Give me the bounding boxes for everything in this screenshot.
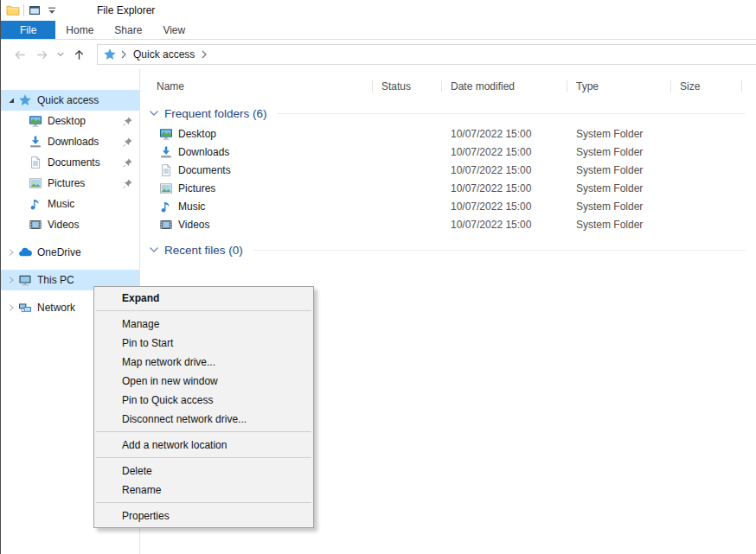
menu-item-properties[interactable]: Properties: [94, 506, 313, 525]
back-button[interactable]: [10, 44, 31, 65]
sidebar-item-label: Downloads: [48, 136, 99, 148]
pictures-icon: [29, 176, 42, 190]
tab-home[interactable]: Home: [55, 21, 104, 39]
pin-icon: [122, 178, 133, 189]
group-header[interactable]: Recent files (0): [140, 239, 756, 261]
sidebar-item-label: This PC: [37, 274, 74, 286]
pictures-icon: [159, 181, 173, 195]
column-header-name[interactable]: Name: [140, 76, 373, 97]
sidebar-item-documents[interactable]: Documents: [1, 152, 139, 173]
file-row-downloads[interactable]: Downloads10/07/2022 15:00System Folder: [140, 143, 756, 161]
chevron-collapsed-icon[interactable]: [4, 302, 18, 313]
tab-share[interactable]: Share: [104, 21, 152, 39]
sidebar-item-onedrive[interactable]: OneDrive: [1, 242, 139, 263]
tab-view[interactable]: View: [152, 21, 195, 39]
recent-locations-dropdown[interactable]: [53, 44, 68, 65]
file-type: System Folder: [567, 182, 671, 194]
forward-button[interactable]: [31, 44, 53, 65]
group-rule: [253, 250, 746, 251]
chevron-expanded-icon[interactable]: [4, 95, 18, 105]
file-type: System Folder: [567, 201, 671, 213]
sidebar-item-quick-access[interactable]: Quick access: [1, 90, 139, 111]
group-header[interactable]: Frequent folders (6): [140, 102, 756, 124]
downloads-icon: [159, 145, 173, 159]
menu-item-manage[interactable]: Manage: [94, 315, 313, 334]
window-title: File Explorer: [97, 4, 155, 16]
menu-separator: [96, 431, 311, 432]
file-date-modified: 10/07/2022 15:00: [442, 201, 567, 213]
this-pc-icon: [18, 273, 32, 287]
menu-item-disconnect-network-drive[interactable]: Disconnect network drive...: [94, 410, 313, 429]
menu-item-open-in-new-window[interactable]: Open in new window: [94, 372, 313, 391]
group-rule: [278, 113, 746, 114]
column-header-status[interactable]: Status: [373, 76, 442, 97]
file-row-pictures[interactable]: Pictures10/07/2022 15:00System Folder: [140, 179, 756, 197]
documents-icon: [159, 163, 173, 177]
breadcrumb-chevron-icon[interactable]: [200, 49, 208, 60]
desktop-icon: [29, 114, 42, 128]
group-chevron-icon[interactable]: [147, 243, 161, 257]
titlebar: File Explorer: [1, 0, 756, 21]
sidebar-item-pictures[interactable]: Pictures: [1, 173, 139, 194]
breadcrumb-location[interactable]: Quick access: [131, 48, 197, 60]
titlebar-divider: [23, 4, 24, 16]
app-folder-icon: [6, 3, 20, 17]
sidebar-item-label: Network: [37, 302, 75, 314]
file-name-cell: Videos: [140, 218, 373, 232]
file-name-cell: Documents: [140, 163, 373, 177]
pin-icon: [122, 116, 133, 127]
music-icon: [159, 200, 173, 213]
file-explorer-window: File Explorer FileHomeShareView Quick ac…: [0, 0, 756, 554]
customize-toolbar-arrow-icon[interactable]: [45, 3, 59, 17]
group-chevron-icon[interactable]: [147, 106, 161, 120]
quick-access-toolbar-properties-icon[interactable]: [28, 3, 42, 17]
file-name-cell: Desktop: [140, 127, 373, 141]
group-frequent-folders-6: Frequent folders (6)Desktop10/07/2022 15…: [140, 102, 756, 233]
file-name-cell: Downloads: [140, 145, 373, 159]
address-box[interactable]: Quick access: [97, 44, 756, 65]
file-name: Videos: [178, 219, 209, 231]
column-headers: NameStatusDate modifiedTypeSize: [140, 76, 756, 97]
file-name-cell: Pictures: [140, 181, 373, 195]
menu-item-rename[interactable]: Rename: [94, 481, 313, 500]
menu-item-add-a-network-location[interactable]: Add a network location: [94, 436, 313, 455]
menu-item-pin-to-start[interactable]: Pin to Start: [94, 334, 313, 353]
file-name: Desktop: [178, 128, 216, 140]
file-row-music[interactable]: Music10/07/2022 15:00System Folder: [140, 197, 756, 215]
file-name: Downloads: [178, 146, 229, 158]
file-row-documents[interactable]: Documents10/07/2022 15:00System Folder: [140, 161, 756, 179]
chevron-collapsed-icon[interactable]: [4, 247, 18, 258]
column-header-size[interactable]: Size: [671, 76, 742, 97]
group-recent-files-0: Recent files (0): [140, 239, 756, 261]
menu-separator: [96, 502, 311, 503]
ribbon-tabs: FileHomeShareView: [1, 21, 756, 40]
documents-icon: [29, 156, 42, 169]
menu-item-delete[interactable]: Delete: [94, 462, 313, 481]
sidebar-item-downloads[interactable]: Downloads: [1, 131, 139, 152]
file-name: Documents: [178, 164, 231, 176]
sidebar-item-videos[interactable]: Videos: [1, 214, 139, 235]
breadcrumb-chevron-icon[interactable]: [119, 49, 128, 60]
file-date-modified: 10/07/2022 15:00: [442, 182, 567, 194]
file-row-desktop[interactable]: Desktop10/07/2022 15:00System Folder: [140, 124, 756, 143]
up-button[interactable]: [68, 44, 90, 65]
file-name: Music: [178, 201, 205, 213]
tab-file[interactable]: File: [1, 21, 55, 39]
sidebar-item-music[interactable]: Music: [1, 194, 139, 214]
videos-icon: [29, 218, 42, 232]
chevron-collapsed-icon[interactable]: [4, 275, 18, 285]
menu-separator: [96, 457, 311, 458]
file-row-videos[interactable]: Videos10/07/2022 15:00System Folder: [140, 215, 756, 233]
sidebar-item-desktop[interactable]: Desktop: [1, 111, 139, 131]
column-header-date-modified[interactable]: Date modified: [442, 76, 567, 97]
column-header-type[interactable]: Type: [567, 76, 671, 97]
sidebar-item-label: Documents: [48, 156, 100, 169]
group-label: Recent files (0): [164, 244, 243, 257]
menu-item-pin-to-quick-access[interactable]: Pin to Quick access: [94, 391, 313, 410]
file-type: System Folder: [567, 146, 671, 158]
desktop-icon: [159, 127, 173, 141]
file-date-modified: 10/07/2022 15:00: [442, 219, 567, 231]
onedrive-icon: [18, 245, 32, 259]
menu-item-map-network-drive[interactable]: Map network drive...: [94, 353, 313, 372]
menu-item-expand[interactable]: Expand: [94, 289, 313, 308]
